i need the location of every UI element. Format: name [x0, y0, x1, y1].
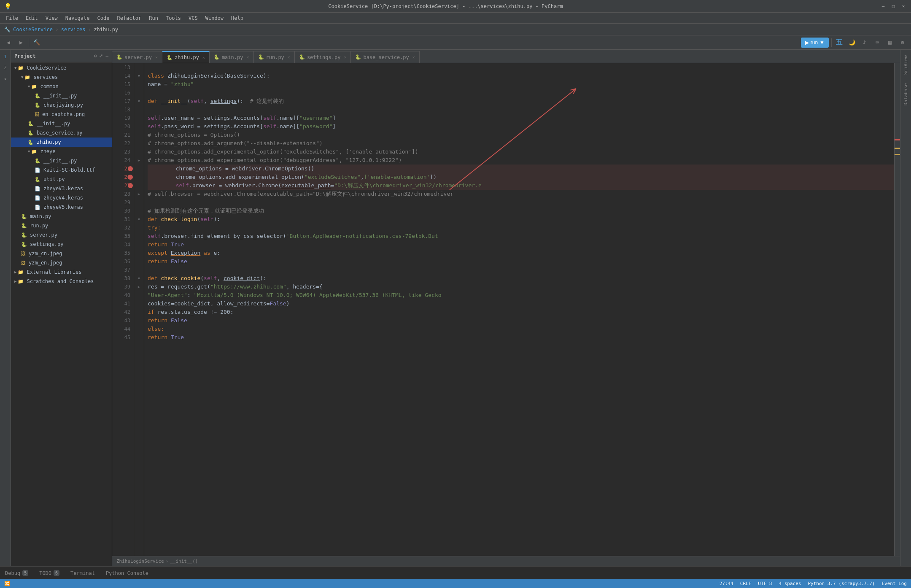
- grid-icon[interactable]: ▦: [885, 38, 895, 48]
- menu-item-vcs[interactable]: VCS: [185, 14, 201, 22]
- tree-label-run: run.py: [30, 223, 48, 229]
- menu-item-window[interactable]: Window: [202, 14, 227, 22]
- database-label[interactable]: Database: [902, 80, 909, 109]
- tab-close-zhihu[interactable]: ✕: [202, 55, 205, 60]
- tree-item-base_service[interactable]: 🐍base_service.py: [11, 128, 112, 138]
- sciview-label[interactable]: SciView: [902, 52, 909, 78]
- menu-item-navigate[interactable]: Navigate: [62, 14, 93, 22]
- favorites-strip-icon[interactable]: ★: [1, 74, 10, 83]
- menu-item-refactor[interactable]: Refactor: [113, 14, 145, 22]
- menu-item-file[interactable]: File: [3, 14, 22, 22]
- tree-item-common[interactable]: ▼📁common: [11, 82, 112, 91]
- back-button[interactable]: ◀: [3, 38, 13, 48]
- tab-settings[interactable]: 🐍settings.py✕: [295, 51, 351, 63]
- run-button[interactable]: ▶ run ▼: [801, 38, 829, 48]
- tree-item-yzm_en[interactable]: 🖼yzm_en.jpeg: [11, 258, 112, 267]
- tree-item-util[interactable]: 🐍util.py: [11, 175, 112, 184]
- tree-item-services[interactable]: ▼📁services: [11, 73, 112, 82]
- bottom-tab-todo[interactable]: TODO6: [34, 567, 65, 578]
- tree-item-en_captcha[interactable]: 🖼en_captcha.png: [11, 110, 112, 119]
- tab-close-main[interactable]: ✕: [246, 55, 249, 59]
- tree-item-zheyeV3[interactable]: 📄zheyeV3.keras: [11, 184, 112, 193]
- tree-item-external_libs[interactable]: ▶📁External Libraries: [11, 267, 112, 277]
- menu-item-run[interactable]: Run: [146, 14, 162, 22]
- ime-icon2[interactable]: 🌙: [847, 38, 857, 48]
- minimize-button[interactable]: —: [880, 3, 887, 10]
- tree-icon-scratches: 📁: [18, 279, 24, 284]
- gutter-cell-24: ▶: [134, 156, 144, 165]
- tab-close-base_service[interactable]: ✕: [412, 55, 415, 59]
- tree-icon-util: 🐍: [35, 177, 40, 182]
- menu-item-code[interactable]: Code: [94, 14, 113, 22]
- menu-bar: FileEditViewNavigateCodeRefactorRunTools…: [0, 13, 911, 24]
- tab-zhihu[interactable]: 🐍zhihu.py✕: [162, 51, 210, 63]
- code-line-45: return True: [148, 333, 894, 342]
- breadcrumb-cookieservice[interactable]: CookieService: [13, 27, 53, 32]
- status-python[interactable]: Python 3.7 (scrapy3.7.7): [808, 581, 875, 586]
- tree-item-chaojiying[interactable]: 🐍chaojiying.py: [11, 100, 112, 110]
- tree-item-run[interactable]: 🐍run.py: [11, 221, 112, 230]
- bottom-tab-debug[interactable]: Debug5: [0, 567, 33, 578]
- tab-base_service[interactable]: 🐍base_service.py✕: [351, 51, 419, 63]
- tree-item-server[interactable]: 🐍server.py: [11, 230, 112, 240]
- left-sidebar-strip: 1 Z ★: [0, 50, 11, 566]
- bottom-tab-terminal[interactable]: Terminal: [65, 567, 100, 578]
- panel-expand-icon[interactable]: ⤢: [99, 53, 103, 59]
- project-strip-icon[interactable]: 1: [1, 52, 10, 61]
- tree-item-zheye[interactable]: ▼📁zheye: [11, 147, 112, 156]
- keyboard-icon[interactable]: ⌨: [872, 38, 882, 48]
- tab-close-settings[interactable]: ✕: [344, 55, 346, 59]
- status-line-ending[interactable]: CRLF: [740, 581, 752, 586]
- tree-item-zheyeV4[interactable]: 📄zheyeV4.keras: [11, 193, 112, 202]
- breadcrumb-file[interactable]: zhihu.py: [94, 27, 118, 32]
- code-content[interactable]: class ZhihuLoginService(BaseService): na…: [144, 63, 894, 556]
- tree-item-zheyeV5[interactable]: 📄zheyeV5.keras: [11, 202, 112, 212]
- status-encoding[interactable]: UTF-8: [758, 581, 772, 586]
- tree-item-init_services[interactable]: 🐍__init__.py: [11, 119, 112, 128]
- tree-item-main[interactable]: 🐍main.py: [11, 212, 112, 221]
- forward-button[interactable]: ▶: [16, 38, 26, 48]
- right-scrollbar[interactable]: [894, 63, 900, 556]
- code-line-38: def check_cookie(self, cookie_dict):: [148, 274, 894, 283]
- status-position[interactable]: 27:44: [720, 581, 733, 586]
- status-event-log[interactable]: Event Log: [881, 581, 907, 586]
- bottom-tab-python_console[interactable]: Python Console: [101, 567, 154, 578]
- panel-settings-icon[interactable]: ⚙: [94, 53, 97, 59]
- code-line-36: return False: [148, 257, 894, 266]
- menu-item-help[interactable]: Help: [228, 14, 247, 22]
- status-indent[interactable]: 4 spaces: [779, 581, 801, 586]
- status-bar: 🔀 27:44 CRLF UTF-8 4 spaces Python 3.7 (…: [0, 579, 911, 588]
- tree-item-init_common[interactable]: 🐍__init__.py: [11, 91, 112, 100]
- tree-item-scratches[interactable]: ▶📁Scratches and Consoles: [11, 277, 112, 286]
- menu-item-view[interactable]: View: [42, 14, 61, 22]
- tab-main[interactable]: 🐍main.py✕: [210, 51, 254, 63]
- menu-item-tools[interactable]: Tools: [162, 14, 184, 22]
- tree-item-init_zheye[interactable]: 🐍__init__.py: [11, 156, 112, 165]
- menu-item-edit[interactable]: Edit: [22, 14, 41, 22]
- ime-icon3[interactable]: ♪: [860, 38, 870, 48]
- settings-icon[interactable]: ⚙: [898, 38, 908, 48]
- tree-item-zhihu[interactable]: 🐍zhihu.py: [11, 138, 112, 147]
- tab-close-run[interactable]: ✕: [288, 55, 290, 59]
- tree-item-cookieservice[interactable]: ▼📁CookieService: [11, 63, 112, 73]
- tree-label-cookieservice: CookieService: [27, 65, 66, 71]
- ime-icon[interactable]: 五: [834, 38, 844, 48]
- close-button[interactable]: ✕: [900, 3, 907, 10]
- scroll-marker-3: [895, 154, 900, 155]
- tree-item-settings[interactable]: 🐍settings.py: [11, 240, 112, 249]
- tree-item-yzm_cn[interactable]: 🖼yzm_cn.jpeg: [11, 249, 112, 258]
- tab-server[interactable]: 🐍server.py✕: [112, 51, 162, 63]
- gutter-cell-44: [134, 325, 144, 333]
- maximize-button[interactable]: □: [890, 3, 897, 10]
- tree-item-kaiti[interactable]: 📄Kaiti-SC-Bold.ttf: [11, 165, 112, 175]
- tab-run[interactable]: 🐍run.py✕: [254, 51, 295, 63]
- breadcrumb-services[interactable]: services: [61, 27, 86, 32]
- project-tree: ▼📁CookieService▼📁services▼📁common🐍__init…: [11, 62, 112, 566]
- line-num-45: 45: [114, 333, 130, 342]
- structure-strip-icon[interactable]: Z: [1, 63, 10, 72]
- run-icon: ▶: [805, 40, 809, 46]
- panel-close-icon[interactable]: —: [105, 53, 108, 59]
- tab-close-server[interactable]: ✕: [155, 55, 158, 59]
- code-line-30: # 如果检测到有这个元素，就证明已经登录成功: [148, 207, 894, 215]
- build-button[interactable]: 🔨: [32, 38, 42, 48]
